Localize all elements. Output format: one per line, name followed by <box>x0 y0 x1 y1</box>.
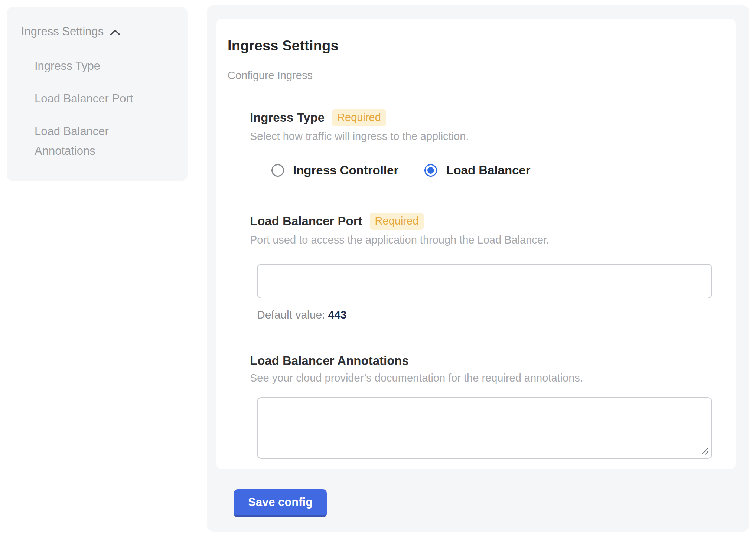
radio-option-load-balancer[interactable]: Load Balancer <box>424 163 530 177</box>
sidebar-group-label: Ingress Settings <box>21 25 104 38</box>
section-load-balancer-annotations: Load Balancer Annotations See your cloud… <box>250 354 712 459</box>
form-footer: Save config <box>234 489 736 517</box>
page-subtitle: Configure Ingress <box>228 69 712 82</box>
sidebar-item-ingress-type[interactable]: Ingress Type <box>35 56 157 76</box>
default-value-number: 443 <box>328 308 346 321</box>
radio-selected-icon[interactable] <box>424 164 437 177</box>
load-balancer-port-title: Load Balancer Port <box>250 214 362 228</box>
sidebar-item-load-balancer-port[interactable]: Load Balancer Port <box>35 89 157 108</box>
section-ingress-type: Ingress Type Required Select how traffic… <box>250 109 712 177</box>
default-value-row: Default value:443 <box>257 308 712 321</box>
ingress-type-description: Select how traffic will ingress to the a… <box>250 130 712 143</box>
ingress-type-radio-group: Ingress Controller Load Balancer <box>271 163 712 177</box>
required-badge: Required <box>370 213 424 230</box>
section-load-balancer-port: Load Balancer Port Required Port used to… <box>250 213 712 321</box>
ingress-type-title: Ingress Type <box>250 111 325 125</box>
save-config-button[interactable]: Save config <box>234 489 327 517</box>
page-title: Ingress Settings <box>228 38 712 54</box>
radio-label-ingress-controller[interactable]: Ingress Controller <box>293 163 398 177</box>
load-balancer-annotations-textarea[interactable] <box>257 397 712 459</box>
radio-label-load-balancer[interactable]: Load Balancer <box>446 163 530 177</box>
main-panel: Ingress Settings Configure Ingress Ingre… <box>207 5 749 532</box>
sidebar-item-list: Ingress Type Load Balancer Port Load Bal… <box>21 56 174 161</box>
load-balancer-annotations-title: Load Balancer Annotations <box>250 354 409 368</box>
load-balancer-annotations-description: See your cloud provider’s documentation … <box>250 372 712 384</box>
radio-option-ingress-controller[interactable]: Ingress Controller <box>271 163 398 177</box>
ingress-settings-card: Ingress Settings Configure Ingress Ingre… <box>216 19 736 469</box>
default-value-label: Default value: <box>257 308 325 321</box>
settings-sidebar: Ingress Settings Ingress Type Load Balan… <box>7 7 188 181</box>
chevron-up-icon <box>110 29 121 36</box>
radio-unselected-icon[interactable] <box>271 164 284 177</box>
radio-dot <box>427 167 434 174</box>
sidebar-group-ingress-settings[interactable]: Ingress Settings <box>21 25 174 38</box>
resize-handle-icon[interactable] <box>701 447 710 455</box>
sidebar-item-load-balancer-annotations[interactable]: Load Balancer Annotations <box>35 121 157 161</box>
load-balancer-port-description: Port used to access the application thro… <box>250 234 712 246</box>
required-badge: Required <box>332 109 386 126</box>
load-balancer-port-input[interactable] <box>257 264 712 298</box>
